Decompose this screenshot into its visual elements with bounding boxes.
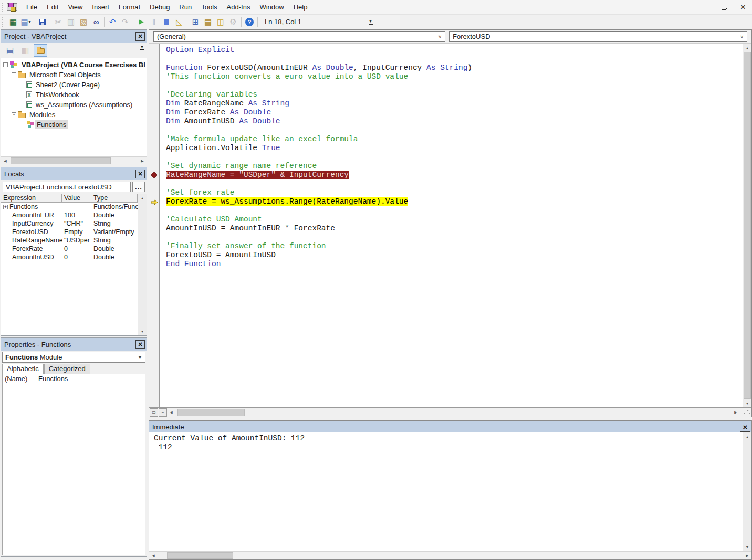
resize-grip[interactable] <box>740 408 751 417</box>
toolbar-view-microsoft-excel-button[interactable]: ▦ <box>7 16 19 28</box>
properties-object-dropdown[interactable]: Functions Module ▼ <box>2 352 145 363</box>
project-toolbar-options[interactable]: ▼ <box>140 45 144 50</box>
expand-icon[interactable]: + <box>3 205 8 209</box>
menu-view[interactable]: View <box>63 1 87 13</box>
locals-row-inputcurrency[interactable]: InputCurrency"CHR"String <box>1 219 138 228</box>
paste-icon: ▧ <box>80 18 87 26</box>
toolbar-options-button[interactable]: ▼ <box>367 16 374 28</box>
breakpoint-icon[interactable] <box>151 172 157 178</box>
code-margin[interactable] <box>149 44 160 407</box>
properties-panel-titlebar[interactable]: Properties - Functions × <box>1 338 147 351</box>
toolbar-properties-window-button[interactable]: ▤ <box>202 16 214 28</box>
toolbar-undo-button[interactable]: ↶ <box>106 16 119 28</box>
menu-add-ins[interactable]: Add-Ins <box>222 1 255 13</box>
menu-debug[interactable]: Debug <box>145 1 174 13</box>
locals-row-forexrate[interactable]: ForexRate0Double <box>1 245 138 253</box>
tree-item-sheet2-cover-page[interactable]: Sheet2 (Cover Page) <box>1 80 147 90</box>
tree-item-functions[interactable]: Functions <box>1 120 147 130</box>
toolbar-save-button[interactable] <box>36 16 48 28</box>
toolbar-project-explorer-button[interactable]: ⊞ <box>189 16 202 28</box>
scroll-left-arrow[interactable]: ◀ <box>167 408 175 417</box>
tree-item-modules[interactable]: -Modules <box>1 110 147 120</box>
column-value[interactable]: Value <box>62 194 91 203</box>
folder-icon <box>18 113 26 118</box>
scrollbar-thumb[interactable] <box>177 409 245 416</box>
scroll-down-arrow[interactable]: ▼ <box>743 399 751 407</box>
collapse-icon[interactable]: - <box>12 72 16 77</box>
locals-close-button[interactable]: × <box>135 170 145 178</box>
scroll-down-arrow[interactable]: ▼ <box>138 327 147 335</box>
locals-row-raterangename[interactable]: RateRangeName"USDperString <box>1 236 138 245</box>
tree-item-microsoft-excel-objects[interactable]: -Microsoft Excel Objects <box>1 70 147 80</box>
scroll-right-arrow[interactable]: ▶ <box>732 408 740 417</box>
tree-item-ws-assumptions-assumptions[interactable]: ws_Assumptions (Assumptions) <box>1 100 147 110</box>
tree-item-vbaproject-vba-course-exercises-bl[interactable]: -VBAProject (VBA Course Exercises Bl <box>1 60 147 70</box>
procedure-view-button[interactable]: ▭ <box>150 408 158 417</box>
toolbar-design-mode-button[interactable]: ◺ <box>173 16 185 28</box>
immediate-close-button[interactable]: × <box>740 422 750 432</box>
locals-row-amountineur[interactable]: AmountInEUR100Double <box>1 211 138 219</box>
full-module-view-button[interactable]: ≡ <box>159 408 167 417</box>
menu-insert[interactable]: Insert <box>87 1 114 13</box>
locals-row-forextousd[interactable]: ForextoUSDEmptyVariant/Empty <box>1 228 138 236</box>
menu-file[interactable]: File <box>22 1 42 13</box>
toolbar-find-button[interactable]: ∞ <box>90 16 102 28</box>
close-button[interactable]: × <box>737 2 749 13</box>
locals-panel-titlebar[interactable]: Locals × <box>1 167 147 180</box>
chevron-down-icon: ▼ <box>140 45 144 49</box>
scrollbar-thumb[interactable] <box>11 157 111 164</box>
code-editor[interactable]: Option ExplicitFunction ForextoUSD(Amoun… <box>160 44 743 407</box>
collapse-icon[interactable]: - <box>12 112 16 117</box>
scrollbar-thumb[interactable] <box>744 52 751 399</box>
collapse-icon[interactable]: - <box>3 62 8 67</box>
toolbar-paste-button[interactable]: ▧ <box>77 16 90 28</box>
menu-tools[interactable]: Tools <box>196 1 222 13</box>
toolbar-help-button[interactable]: ? <box>243 16 256 28</box>
menu-format[interactable]: Format <box>114 1 145 13</box>
call-stack-button[interactable]: ... <box>132 182 145 192</box>
column-type[interactable]: Type <box>91 194 138 203</box>
toolbar-object-browser-button[interactable]: ◫ <box>214 16 227 28</box>
vbe-app-icon[interactable] <box>7 3 17 11</box>
scroll-down-arrow[interactable]: ▼ <box>743 543 751 551</box>
object-dropdown[interactable]: (General) ∨ <box>153 31 445 42</box>
toggle-folders-button[interactable] <box>34 44 47 57</box>
properties-close-button[interactable]: × <box>135 340 145 349</box>
scrollbar-thumb[interactable] <box>167 552 233 559</box>
menu-help[interactable]: Help <box>289 1 312 13</box>
view-code-button[interactable]: ▤ <box>3 44 17 57</box>
scroll-up-arrow[interactable]: ▲ <box>743 44 751 52</box>
locals-row-functions[interactable]: +FunctionsFunctions/Funct <box>1 203 138 211</box>
tab-alphabetic[interactable]: Alphabetic <box>2 364 44 374</box>
toolbar-grip-2[interactable] <box>2 17 5 27</box>
immediate-titlebar[interactable]: Immediate × <box>149 421 751 432</box>
menu-edit[interactable]: Edit <box>42 1 63 13</box>
menu-window[interactable]: Window <box>255 1 288 13</box>
project-close-button[interactable]: × <box>135 32 145 41</box>
toolbar-run-button[interactable] <box>135 16 148 28</box>
property-name: (Name) <box>3 374 36 384</box>
locals-row-amountinusd[interactable]: AmountInUSD0Double <box>1 253 138 261</box>
column-expression[interactable]: Expression <box>1 194 62 203</box>
view-object-button[interactable]: ▥ <box>18 44 32 57</box>
toolbar-grip[interactable] <box>2 3 5 12</box>
scroll-up-arrow[interactable]: ▲ <box>743 432 751 441</box>
menu-run[interactable]: Run <box>174 1 196 13</box>
procedure-dropdown[interactable]: ForextoUSD ∨ <box>449 31 747 42</box>
scroll-right-arrow[interactable]: ▶ <box>743 552 751 560</box>
minimize-button[interactable]: — <box>699 2 711 13</box>
project-panel-titlebar[interactable]: Project - VBAProject × <box>1 30 147 43</box>
scroll-right-arrow[interactable]: ▶ <box>138 157 147 165</box>
scroll-up-arrow[interactable]: ▲ <box>138 194 147 202</box>
scroll-left-arrow[interactable]: ◀ <box>149 552 158 560</box>
tree-item-thisworkbook[interactable]: xThisWorkbook <box>1 90 147 100</box>
property-row[interactable]: (Name)Functions <box>3 374 145 384</box>
tree-item-label: Microsoft Excel Objects <box>28 70 102 79</box>
toolbar-insert-userform-button[interactable]: ▤▾ <box>19 16 32 28</box>
restore-button[interactable] <box>718 2 730 13</box>
immediate-content[interactable]: Current Value of AmountInUSD: 112 112 <box>149 432 743 551</box>
tab-categorized[interactable]: Categorized <box>44 364 90 374</box>
toolbar-reset-button[interactable] <box>160 16 173 28</box>
scroll-left-arrow[interactable]: ◀ <box>1 157 9 165</box>
chevron-down-icon[interactable]: ▾ <box>29 19 31 24</box>
